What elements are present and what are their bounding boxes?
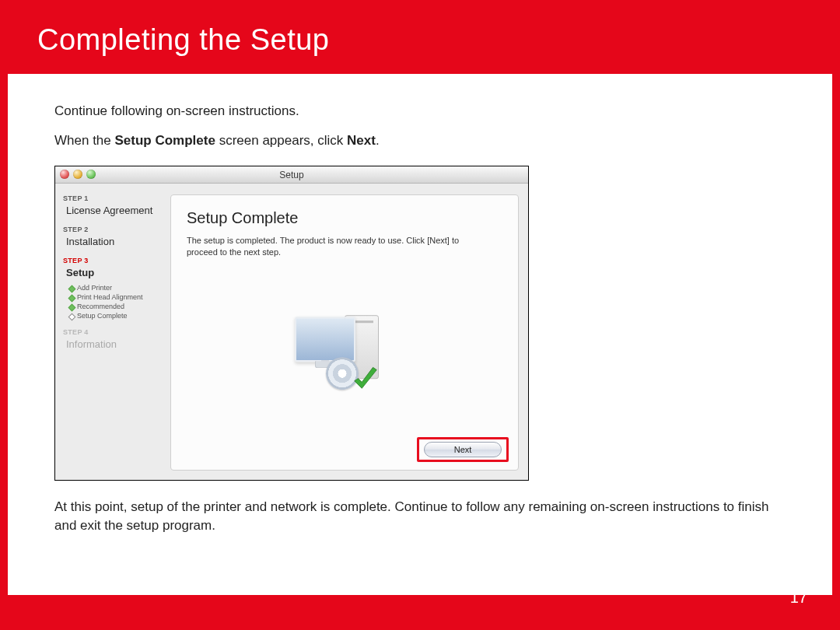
setup-dialog-screenshot: Setup STEP 1 License Agreement STEP 2 In…	[54, 166, 529, 481]
slide-header: Completing the Setup	[0, 0, 840, 74]
dialog-body: STEP 1 License Agreement STEP 2 Installa…	[55, 184, 528, 480]
intro-text-2: When the Setup Complete screen appears, …	[54, 133, 786, 149]
page-number: 17	[790, 589, 807, 607]
step3-title: Setup	[66, 267, 161, 278]
intro-post: .	[376, 133, 380, 148]
intro-bold-2: Next	[347, 133, 376, 148]
step2-title: Installation	[66, 236, 161, 247]
outro-text: At this point, setup of the printer and …	[54, 498, 786, 535]
panel-heading: Setup Complete	[187, 209, 502, 227]
page-title: Completing the Setup	[37, 23, 803, 57]
intro-mid: screen appears, click	[215, 133, 347, 148]
panel-body: The setup is completed. The product is n…	[187, 235, 490, 259]
mac-titlebar: Setup	[55, 166, 528, 184]
substep-complete: Setup Complete	[69, 311, 161, 320]
minimize-icon[interactable]	[73, 170, 82, 179]
setup-complete-illustration	[290, 306, 399, 391]
main-panel: Setup Complete The setup is completed. T…	[170, 194, 519, 471]
traffic-lights	[60, 170, 96, 179]
step3-substeps: Add Printer Print Head Alignment Recomme…	[69, 283, 161, 320]
step-sidebar: STEP 1 License Agreement STEP 2 Installa…	[55, 184, 166, 480]
close-icon[interactable]	[60, 170, 69, 179]
step4-title: Information	[66, 338, 161, 350]
next-button[interactable]: Next	[424, 442, 502, 457]
next-button-highlight: Next	[417, 437, 509, 462]
substep-recommended: Recommended	[69, 302, 161, 311]
intro-bold-1: Setup Complete	[115, 133, 215, 148]
step3-label: STEP 3	[63, 257, 161, 264]
monitor-icon	[295, 317, 355, 362]
step4-label: STEP 4	[63, 328, 161, 336]
checkmark-icon	[351, 365, 380, 394]
intro-pre: When the	[54, 133, 115, 148]
step1-label: STEP 1	[63, 194, 161, 202]
step2-label: STEP 2	[63, 226, 161, 233]
slide-body: Continue following on-screen instruction…	[8, 74, 832, 595]
intro-text-1: Continue following on-screen instruction…	[54, 103, 786, 119]
window-title: Setup	[279, 170, 303, 180]
step1-title: License Agreement	[66, 205, 161, 216]
substep-add-printer: Add Printer	[69, 283, 161, 292]
substep-alignment: Print Head Alignment	[69, 292, 161, 302]
zoom-icon[interactable]	[86, 170, 96, 179]
